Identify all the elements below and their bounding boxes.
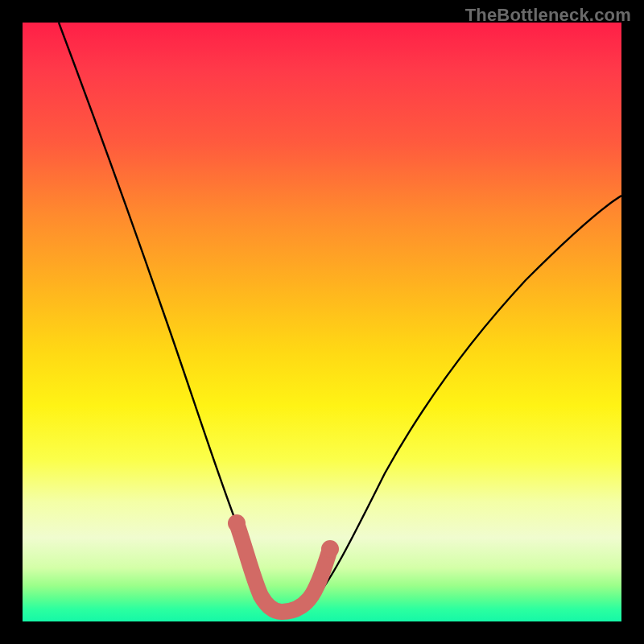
chart-frame: TheBottleneck.com bbox=[0, 0, 644, 644]
curve-layer bbox=[23, 23, 621, 621]
plot-area bbox=[23, 23, 621, 621]
highlight-dot-left bbox=[228, 514, 246, 532]
highlight-band bbox=[237, 523, 330, 612]
v-curve bbox=[59, 23, 621, 610]
highlight-dot-right bbox=[321, 540, 339, 558]
